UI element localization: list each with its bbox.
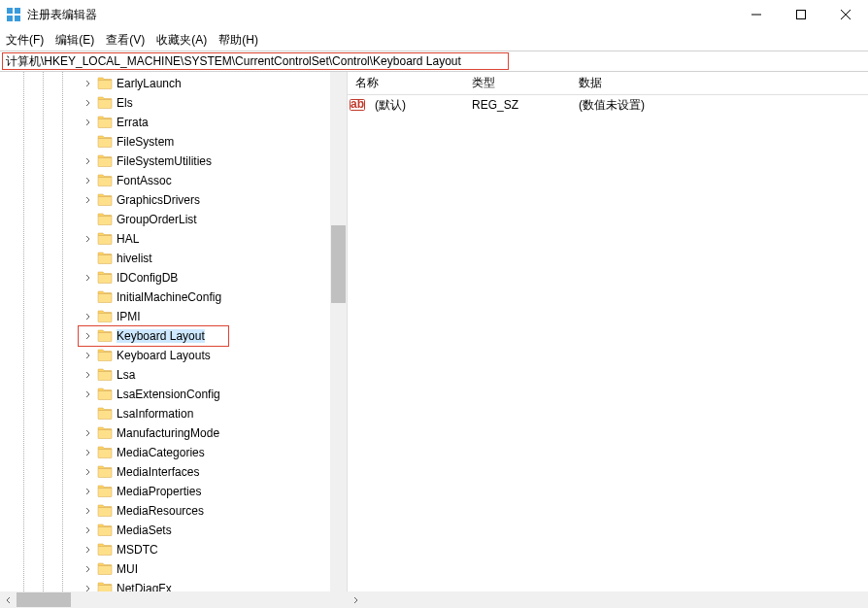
menu-help[interactable]: 帮助(H) [218, 32, 258, 49]
maximize-button[interactable] [779, 0, 823, 29]
chevron-right-icon[interactable] [82, 524, 95, 537]
folder-icon [97, 232, 113, 246]
tree-item[interactable]: MediaSets [0, 521, 347, 540]
tree-item[interactable]: MediaResources [0, 501, 347, 521]
column-header-data[interactable]: 数据 [571, 75, 868, 91]
tree-item[interactable]: Keyboard Layout [0, 326, 347, 346]
chevron-right-icon[interactable] [82, 426, 95, 440]
column-header-type[interactable]: 类型 [464, 75, 571, 91]
tree-item[interactable]: GroupOrderList [0, 210, 347, 229]
column-header-name[interactable]: 名称 [348, 75, 464, 91]
close-button[interactable] [823, 0, 868, 29]
tree-item[interactable]: Errata [0, 113, 347, 132]
scrollbar-thumb[interactable] [17, 592, 71, 607]
chevron-right-icon[interactable] [82, 271, 95, 285]
tree-item-label: MSDTC [117, 543, 158, 557]
folder-icon [97, 310, 113, 323]
tree-item[interactable]: hivelist [0, 249, 347, 268]
chevron-right-icon[interactable] [82, 446, 95, 459]
folder-icon [97, 77, 113, 90]
tree-item[interactable]: MediaProperties [0, 482, 347, 501]
scroll-left-button[interactable] [0, 591, 17, 608]
tree-item-label: Els [117, 96, 133, 110]
chevron-right-icon[interactable] [82, 485, 95, 498]
chevron-right-icon[interactable] [82, 116, 95, 129]
addressbar[interactable]: 计算机\HKEY_LOCAL_MACHINE\SYSTEM\CurrentCon… [0, 51, 868, 72]
tree-item[interactable]: FileSystemUtilities [0, 152, 347, 171]
svg-rect-2 [7, 16, 13, 21]
tree-item-label: NetDiagFx [117, 582, 172, 591]
svg-text:ab: ab [351, 98, 364, 111]
tree-item[interactable]: FontAssoc [0, 171, 347, 190]
tree-vertical-scrollbar[interactable] [330, 72, 347, 591]
tree-item[interactable]: MSDTC [0, 540, 347, 559]
tree-item[interactable]: InitialMachineConfig [0, 287, 347, 307]
menu-edit[interactable]: 编辑(E) [55, 32, 94, 49]
scroll-track[interactable] [17, 591, 347, 608]
tree-item-label: Keyboard Layouts [117, 349, 211, 362]
chevron-right-icon[interactable] [82, 96, 95, 110]
menu-view[interactable]: 查看(V) [106, 32, 145, 49]
chevron-right-icon[interactable] [82, 543, 95, 557]
chevron-right-icon[interactable] [82, 562, 95, 576]
tree-item[interactable]: NetDiagFx [0, 579, 347, 591]
chevron-right-icon[interactable] [82, 582, 95, 591]
tree-item[interactable]: LsaInformation [0, 404, 347, 423]
folder-icon [97, 562, 113, 576]
tree-item[interactable]: IDConfigDB [0, 268, 347, 287]
tree: EarlyLaunchElsErrataFileSystemFileSystem… [0, 72, 347, 591]
chevron-right-icon[interactable] [82, 465, 95, 479]
folder-icon [97, 426, 113, 440]
chevron-right-icon[interactable] [82, 407, 95, 421]
tree-item[interactable]: MediaInterfaces [0, 462, 347, 482]
list-row[interactable]: ab(默认)REG_SZ(数值未设置) [348, 95, 868, 115]
tree-item[interactable]: HAL [0, 229, 347, 249]
scroll-right-button[interactable] [347, 591, 363, 608]
chevron-right-icon[interactable] [82, 310, 95, 323]
chevron-right-icon[interactable] [82, 504, 95, 518]
cell-data: (数值未设置) [571, 97, 868, 114]
chevron-right-icon[interactable] [82, 193, 95, 207]
svg-rect-5 [797, 11, 806, 19]
tree-item[interactable]: Els [0, 93, 347, 113]
tree-item[interactable]: Lsa [0, 365, 347, 385]
chevron-right-icon[interactable] [82, 213, 95, 226]
main: EarlyLaunchElsErrataFileSystemFileSystem… [0, 72, 868, 591]
tree-item[interactable]: EarlyLaunch [0, 74, 347, 93]
svg-rect-0 [7, 8, 13, 14]
folder-icon [97, 96, 113, 110]
tree-item[interactable]: IPMI [0, 307, 347, 326]
tree-item[interactable]: MediaCategories [0, 443, 347, 462]
chevron-right-icon[interactable] [82, 154, 95, 168]
chevron-right-icon[interactable] [82, 388, 95, 401]
tree-item[interactable]: FileSystem [0, 132, 347, 152]
minimize-button[interactable] [734, 0, 779, 29]
chevron-right-icon[interactable] [82, 252, 95, 265]
window-buttons [734, 0, 868, 29]
tree-item-label: MediaCategories [117, 446, 205, 459]
chevron-right-icon[interactable] [82, 368, 95, 382]
tree-item-label: IPMI [117, 310, 141, 323]
chevron-right-icon[interactable] [82, 174, 95, 187]
tree-item[interactable]: MUI [0, 559, 347, 579]
chevron-right-icon[interactable] [82, 232, 95, 246]
scrollbar-thumb[interactable] [331, 225, 346, 303]
tree-item[interactable]: ManufacturingMode [0, 423, 347, 443]
chevron-right-icon[interactable] [82, 135, 95, 149]
menu-file[interactable]: 文件(F) [6, 32, 44, 49]
folder-icon [97, 368, 113, 382]
tree-item[interactable]: GraphicsDrivers [0, 190, 347, 210]
menu-favorites[interactable]: 收藏夹(A) [156, 32, 207, 49]
horizontal-scrollbar[interactable] [0, 591, 868, 608]
folder-icon [97, 582, 113, 591]
chevron-right-icon[interactable] [82, 349, 95, 362]
chevron-right-icon[interactable] [82, 77, 95, 90]
chevron-right-icon[interactable] [82, 290, 95, 304]
tree-item[interactable]: Keyboard Layouts [0, 346, 347, 365]
tree-item[interactable]: LsaExtensionConfig [0, 385, 347, 404]
list-pane: 名称 类型 数据 ab(默认)REG_SZ(数值未设置) [348, 72, 868, 591]
folder-icon [97, 543, 113, 557]
svg-rect-3 [15, 16, 20, 21]
folder-icon [97, 271, 113, 285]
chevron-right-icon[interactable] [82, 329, 95, 343]
